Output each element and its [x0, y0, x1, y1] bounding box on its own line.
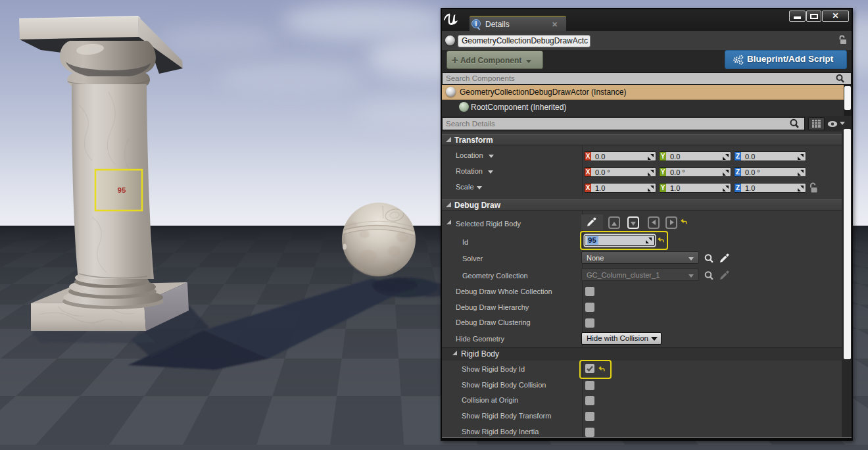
svg-text:95: 95: [118, 186, 126, 194]
